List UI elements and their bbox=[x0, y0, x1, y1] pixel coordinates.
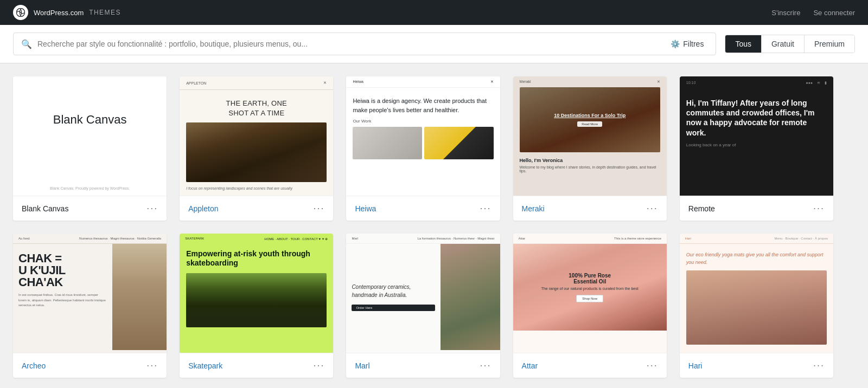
theme-thumbnail-archeo[interactable]: Au fond Numerus thesaurus · Magni thesau… bbox=[13, 234, 167, 353]
theme-options-appleton[interactable]: ··· bbox=[313, 203, 324, 214]
theme-options-archeo[interactable]: ··· bbox=[146, 360, 158, 371]
hari-text: Our eco friendly yoga mats give you all … bbox=[680, 244, 833, 270]
hari-header: Hari Menu · Boutique · Contact · À propo… bbox=[680, 234, 833, 244]
theme-thumbnail-remote[interactable]: 10:10 ●●● ≋ ▮ Hi, I'm Tiffany! After yea… bbox=[680, 76, 833, 196]
tab-premium[interactable]: Premium bbox=[805, 35, 854, 53]
search-input[interactable] bbox=[37, 40, 661, 48]
meraki-close: ✕ bbox=[657, 80, 660, 84]
heiwa-gallery bbox=[346, 127, 500, 159]
attar-header: Attar This is a theme store experience bbox=[513, 234, 667, 244]
archeo-text-column: CHAK =U K'UJILCHA'AK In est consequat fi… bbox=[13, 244, 112, 350]
remote-header: 10:10 ●●● ≋ ▮ bbox=[680, 76, 833, 89]
theme-thumbnail-marl[interactable]: Marl La formation thesaurus · Numerus th… bbox=[346, 234, 500, 353]
meraki-hero-overlay: 10 Destinations For a Solo Trip Read Mor… bbox=[520, 87, 660, 152]
remote-heading: Hi, I'm Tiffany! After years of long com… bbox=[686, 98, 827, 138]
marl-cta-button[interactable]: Order Here bbox=[352, 305, 435, 311]
login-link[interactable]: Se connecter bbox=[813, 9, 855, 17]
site-header: WordPress.com THEMES S'inscrire Se conne… bbox=[0, 0, 868, 25]
theme-card-marl: Marl La formation thesaurus · Numerus th… bbox=[346, 234, 500, 378]
theme-options-remote[interactable]: ··· bbox=[813, 203, 825, 214]
meraki-bio-name: Hello, I'm Veronica bbox=[513, 152, 667, 165]
theme-options-blank-canvas[interactable]: ··· bbox=[146, 203, 158, 214]
remote-signal-icon: ●●● bbox=[806, 81, 813, 85]
heiwa-header: Heiwa ✕ bbox=[346, 76, 500, 88]
blank-canvas-preview: Blank Canvas Blank Canvas. Proudly power… bbox=[13, 76, 167, 196]
theme-card-attar: Attar This is a theme store experience 1… bbox=[513, 234, 667, 378]
appleton-caption: I focus on representing landscapes and s… bbox=[180, 182, 333, 195]
tab-free[interactable]: Gratuit bbox=[762, 35, 805, 53]
theme-name-blank-canvas: Blank Canvas bbox=[22, 204, 68, 213]
blank-canvas-preview-title: Blank Canvas bbox=[53, 113, 127, 127]
meraki-hero-image: 10 Destinations For a Solo Trip Read Mor… bbox=[520, 87, 660, 152]
archeo-body-text: In est consequat finibus. Cras id risus … bbox=[18, 293, 107, 308]
heiwa-preview: Heiwa ✕ Heiwa is a design agency. We cre… bbox=[346, 76, 500, 196]
attar-preview: Attar This is a theme store experience 1… bbox=[513, 234, 667, 353]
attar-hero: 100% Pure RoseEssential Oil The range of… bbox=[513, 244, 667, 331]
theme-options-hari[interactable]: ··· bbox=[813, 360, 825, 371]
marl-brand: Marl bbox=[352, 237, 358, 240]
theme-name-skatepark[interactable]: Skatepark bbox=[188, 361, 222, 370]
theme-card-archeo: Au fond Numerus thesaurus · Magni thesau… bbox=[13, 234, 167, 378]
archeo-nav-items: Numerus thesaurus · Magni thesaurus · No… bbox=[79, 237, 161, 240]
skatepark-img-overlay bbox=[186, 273, 327, 327]
signin-link[interactable]: S'inscrire bbox=[771, 9, 800, 17]
marl-content: Contemporary ceramics, handmade in Austr… bbox=[346, 244, 500, 350]
hari-content: Our eco friendly yoga mats give you all … bbox=[680, 244, 833, 350]
theme-name-hari[interactable]: Hari bbox=[688, 361, 703, 370]
theme-options-skatepark[interactable]: ··· bbox=[313, 360, 324, 371]
search-icon: 🔍 bbox=[21, 39, 32, 49]
skatepark-brand: SKATEPARK bbox=[185, 237, 204, 241]
archeo-nav-home: Au fond bbox=[18, 237, 30, 240]
theme-options-heiwa[interactable]: ··· bbox=[480, 203, 492, 214]
theme-thumbnail-heiwa[interactable]: Heiwa ✕ Heiwa is a design agency. We cre… bbox=[346, 76, 500, 196]
theme-name-archeo[interactable]: Archeo bbox=[22, 361, 46, 370]
theme-footer-archeo: Archeo ··· bbox=[13, 353, 167, 378]
header-nav: S'inscrire Se connecter bbox=[771, 9, 855, 17]
tab-all[interactable]: Tous bbox=[725, 35, 762, 53]
hari-brand: Hari bbox=[685, 237, 691, 240]
theme-name-attar[interactable]: Attar bbox=[522, 361, 538, 370]
attar-shop-button[interactable]: Shop Now bbox=[576, 295, 603, 302]
remote-status-icons: ●●● ≋ ▮ bbox=[806, 81, 827, 85]
remote-wifi-icon: ≋ bbox=[817, 81, 820, 85]
search-box-container: 🔍 ⚙️ Filtres bbox=[13, 33, 716, 55]
heiwa-gallery-item-1 bbox=[353, 127, 422, 159]
theme-footer-appleton: Appleton ··· bbox=[180, 196, 333, 221]
filter-tab-group: Tous Gratuit Premium bbox=[725, 35, 855, 53]
hari-img-overlay bbox=[686, 270, 827, 345]
wordpress-logo[interactable]: WordPress.com THEMES bbox=[13, 5, 121, 20]
theme-footer-skatepark: Skatepark ··· bbox=[180, 353, 333, 378]
meraki-bio-text: Welcome to my blog where I share stories… bbox=[513, 165, 667, 173]
theme-thumbnail-attar[interactable]: Attar This is a theme store experience 1… bbox=[513, 234, 667, 353]
theme-thumbnail-blank-canvas[interactable]: Blank Canvas Blank Canvas. Proudly power… bbox=[13, 76, 167, 196]
theme-card-skatepark: SKATEPARK HOME · ABOUT · TOUR · CONTACT … bbox=[180, 234, 333, 378]
site-name-label: WordPress.com bbox=[34, 9, 84, 17]
theme-card-blank-canvas: Blank Canvas Blank Canvas. Proudly power… bbox=[13, 76, 167, 221]
theme-thumbnail-meraki[interactable]: Meraki ✕ 10 Destinations For a Solo Trip… bbox=[513, 76, 667, 196]
meraki-hero-title: 10 Destinations For a Solo Trip bbox=[554, 113, 626, 118]
theme-name-marl[interactable]: Marl bbox=[355, 361, 369, 370]
theme-name-meraki[interactable]: Meraki bbox=[522, 204, 545, 213]
skatepark-image bbox=[186, 273, 327, 327]
theme-name-heiwa[interactable]: Heiwa bbox=[355, 204, 376, 213]
heiwa-brand: Heiwa bbox=[353, 80, 363, 84]
wp-logo-icon bbox=[13, 5, 28, 20]
theme-options-attar[interactable]: ··· bbox=[647, 360, 658, 371]
theme-options-marl[interactable]: ··· bbox=[480, 360, 492, 371]
filters-button[interactable]: ⚙️ Filtres bbox=[666, 37, 708, 50]
theme-name-appleton[interactable]: Appleton bbox=[188, 204, 218, 213]
theme-footer-attar: Attar ··· bbox=[513, 353, 667, 378]
theme-thumbnail-appleton[interactable]: APPLETON ✕ THE EARTH, ONESHOT AT A TIME … bbox=[180, 76, 333, 196]
meraki-header: Meraki ✕ bbox=[513, 76, 667, 87]
appleton-close: ✕ bbox=[323, 81, 327, 85]
meraki-preview: Meraki ✕ 10 Destinations For a Solo Trip… bbox=[513, 76, 667, 196]
appleton-header: APPLETON ✕ bbox=[180, 76, 333, 90]
theme-options-meraki[interactable]: ··· bbox=[647, 203, 658, 214]
theme-footer-hari: Hari ··· bbox=[680, 353, 833, 378]
theme-thumbnail-skatepark[interactable]: SKATEPARK HOME · ABOUT · TOUR · CONTACT … bbox=[180, 234, 333, 353]
heiwa-work-label: Our Work bbox=[346, 119, 500, 127]
theme-thumbnail-hari[interactable]: Hari Menu · Boutique · Contact · À propo… bbox=[680, 234, 833, 353]
meraki-hero-button: Read More bbox=[577, 121, 602, 127]
archeo-image bbox=[112, 244, 167, 350]
heiwa-gallery-item-2 bbox=[424, 127, 494, 159]
